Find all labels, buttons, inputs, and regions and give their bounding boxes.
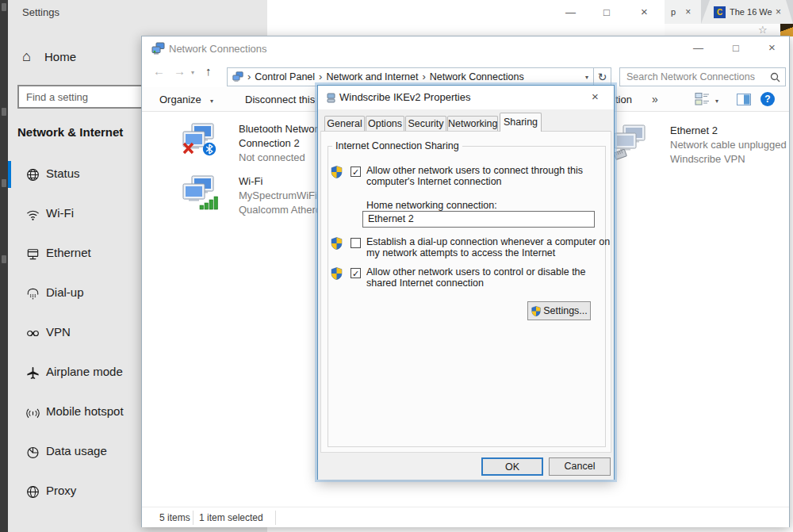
home-networking-combobox[interactable]: Ethernet 2: [362, 211, 595, 228]
nc-close-button[interactable]: ×: [768, 40, 776, 54]
allow-control-label: Allow other network users to control or …: [366, 266, 586, 289]
tab-close-icon[interactable]: ×: [776, 6, 781, 17]
crumb-separator: ›: [422, 68, 425, 86]
list-item-ethernet2[interactable]: Ethernet 2 Network cable unplugged Winds…: [670, 124, 787, 166]
internet-connection-sharing-group: [328, 146, 606, 447]
tab-networking[interactable]: Networking: [447, 116, 498, 131]
organize-button[interactable]: Organize: [159, 94, 201, 105]
browser-tab-partial[interactable]: p ×: [665, 0, 701, 24]
history-dropdown-icon[interactable]: ▾: [191, 69, 194, 76]
toolbar-overflow-chevron[interactable]: »: [652, 93, 658, 105]
find-setting-input[interactable]: [17, 85, 159, 109]
label-line: Allow other network users to connect thr…: [366, 165, 583, 176]
view-details-icon[interactable]: [695, 92, 710, 106]
forward-arrow-icon[interactable]: →: [174, 64, 186, 78]
refresh-icon[interactable]: ↻: [594, 67, 611, 86]
up-arrow-icon[interactable]: ↑: [205, 64, 212, 78]
dialup-establish-checkbox[interactable]: [351, 238, 361, 248]
search-box[interactable]: [619, 67, 786, 86]
label-line: Establish a dial-up connection whenever …: [366, 236, 610, 247]
connection-name: Ethernet 2: [670, 124, 787, 138]
back-arrow-icon[interactable]: ←: [153, 64, 165, 78]
view-dropdown-icon[interactable]: ▾: [715, 98, 718, 105]
edge-glyph: [2, 108, 6, 116]
breadcrumb-network-connections[interactable]: Network Connections: [430, 71, 524, 82]
home-icon: ⌂: [22, 49, 31, 63]
status-globe-icon: [25, 167, 40, 182]
sidebar-item-home[interactable]: Home: [44, 50, 76, 63]
sidebar-item-label: Dial-up: [46, 285, 84, 299]
organize-dropdown-icon[interactable]: ▾: [210, 98, 213, 105]
tab-sharing[interactable]: Sharing: [500, 113, 542, 132]
hotspot-icon: [25, 405, 40, 420]
settings-section-title: Network & Internet: [17, 125, 123, 139]
home-networking-label: Home networking connection:: [366, 200, 497, 211]
ok-button[interactable]: OK: [481, 457, 543, 476]
sidebar-item-label: Proxy: [46, 484, 76, 497]
search-input[interactable]: [625, 71, 770, 83]
allow-connect-checkbox[interactable]: ✓: [351, 166, 361, 177]
dialog-titlebar: Windscribe IKEv2 Properties ×: [318, 86, 614, 109]
connection-name: Bluetooth Network: [239, 122, 323, 136]
tab-general[interactable]: General: [324, 116, 365, 131]
settings-button-label: Settings...: [543, 305, 588, 316]
dialog-close-icon[interactable]: ×: [592, 90, 599, 103]
browser-extension-icon[interactable]: [780, 24, 793, 36]
settings-minimize-button[interactable]: —: [565, 6, 576, 18]
tab-close-icon[interactable]: ×: [685, 6, 691, 17]
status-item-count: 5 items: [159, 512, 190, 523]
ics-settings-button[interactable]: Settings...: [527, 301, 591, 320]
search-icon: [770, 72, 780, 82]
crumb-separator: ›: [247, 68, 251, 86]
settings-maximize-button[interactable]: □: [603, 6, 610, 18]
uac-shield-icon: [330, 266, 343, 281]
tab-security[interactable]: Security: [405, 116, 446, 131]
breadcrumb[interactable]: › Control Panel › Network and Internet ›…: [227, 67, 594, 86]
allow-control-checkbox[interactable]: ✓: [351, 268, 361, 278]
window-title: Network Connections: [169, 43, 267, 55]
airplane-icon: [25, 366, 40, 381]
nc-maximize-button[interactable]: □: [733, 42, 739, 54]
breadcrumb-network-and-internet[interactable]: Network and Internet: [326, 71, 418, 82]
group-title: Internet Connection Sharing: [332, 140, 462, 151]
list-item-bluetooth[interactable]: Bluetooth Network Connection 2 Not conne…: [239, 122, 323, 165]
toolbar-item-tail[interactable]: tion: [615, 94, 632, 105]
dialup-establish-label: Establish a dial-up connection whenever …: [366, 236, 610, 258]
preview-pane-icon[interactable]: [737, 94, 751, 105]
status-divider: [193, 511, 193, 525]
wifi-connection-icon[interactable]: [180, 173, 218, 211]
settings-window-title: Settings: [22, 6, 59, 18]
tab-favicon: C: [714, 6, 726, 18]
bluetooth-connection-icon[interactable]: [180, 121, 218, 159]
nc-minimize-button[interactable]: —: [693, 42, 703, 54]
tab-label: p: [671, 7, 676, 17]
allow-connect-label: Allow other network users to connect thr…: [366, 165, 583, 187]
label-line: Allow other network users to control or …: [366, 266, 586, 277]
cancel-button[interactable]: Cancel: [549, 457, 611, 476]
windscribe-properties-dialog: Windscribe IKEv2 Properties × General Op…: [317, 85, 615, 480]
ethernet-icon: [25, 247, 40, 262]
sidebar-item-label: Airplane mode: [46, 365, 123, 378]
settings-close-button[interactable]: ×: [641, 5, 648, 18]
tab-options[interactable]: Options: [366, 116, 404, 131]
address-bar-row: ← → ▾ ↑ › Control Panel › Network and In…: [142, 60, 789, 87]
help-icon[interactable]: ?: [760, 92, 775, 106]
bookmark-star-icon[interactable]: ☆: [758, 24, 768, 36]
edge-glyph: [2, 179, 6, 187]
browser-tab[interactable]: C The 16 We ×: [701, 0, 793, 24]
screen: Settings — □ × ⌂ Home Network & Internet…: [0, 0, 793, 532]
address-dropdown-icon[interactable]: ▾: [585, 74, 588, 81]
tab-label: The 16 We: [730, 7, 776, 17]
edge-glyph: [2, 255, 6, 263]
dialog-title-icon: [327, 93, 335, 103]
sidebar-item-label: Ethernet: [46, 246, 91, 259]
status-divider: [275, 511, 276, 525]
ethernet-connection-icon[interactable]: [611, 122, 649, 160]
uac-shield-icon: [330, 165, 343, 179]
breadcrumb-control-panel[interactable]: Control Panel: [255, 71, 315, 82]
status-selected-count: 1 item selected: [199, 512, 263, 523]
label-line: my network attempts to access the Intern…: [366, 247, 610, 258]
uac-shield-icon: [330, 236, 343, 251]
wifi-icon: [25, 207, 40, 222]
browser-window: p × C The 16 We × ☆: [665, 0, 793, 36]
